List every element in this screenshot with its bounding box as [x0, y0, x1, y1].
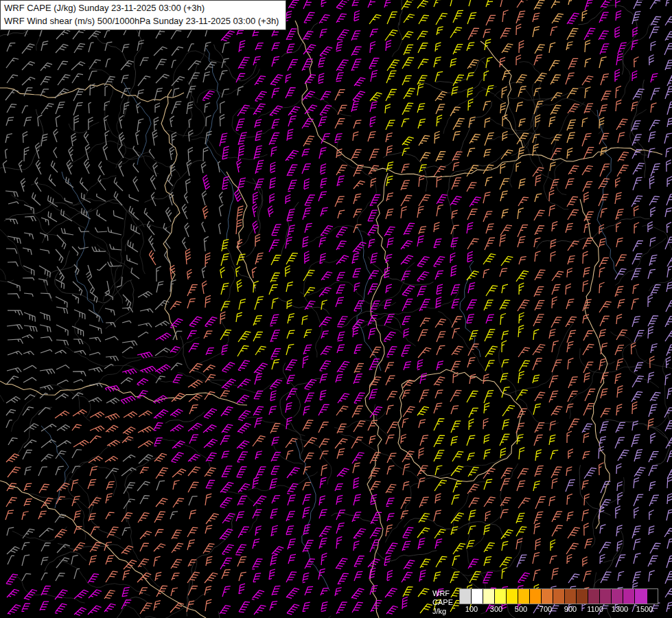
legend-color-cell [518, 589, 530, 604]
cape-legend: WRF CAPE J/kg 10030050070090011001300150… [432, 588, 658, 616]
legend-color-cell [588, 589, 600, 604]
legend-color-cell [623, 589, 635, 604]
legend-color-cell [635, 589, 647, 604]
legend-color-cell [472, 589, 483, 604]
map-title-line2: WRF Wind shear (m/s) 500/1000hPa Sunday … [4, 14, 279, 27]
legend-color-cell [530, 589, 542, 604]
map-title-line1: WRF CAPE (J/kg) Sunday 23-11-2025 03:00 … [4, 1, 279, 14]
legend-color-cell [495, 589, 507, 604]
legend-color-cell [612, 589, 623, 604]
title-overlay: WRF CAPE (J/kg) Sunday 23-11-2025 03:00 … [0, 0, 286, 30]
legend-color-cell [565, 589, 577, 604]
legend-tick-label: 1500 [636, 605, 653, 613]
legend-title-line2: CAPE [432, 598, 453, 607]
weather-map-stage: WRF CAPE (J/kg) Sunday 23-11-2025 03:00 … [0, 0, 672, 618]
legend-tick-label: 1100 [587, 605, 603, 613]
legend-tick-labels: 100300500700900110013001500 [459, 605, 657, 615]
legend-tick-label: 500 [515, 605, 527, 613]
legend-tick-label: 900 [564, 605, 577, 613]
wind-barb-map-canvas [0, 0, 672, 618]
legend-tick-label: 1300 [612, 605, 628, 613]
legend-color-cell [483, 589, 495, 604]
legend-title: WRF CAPE J/kg [432, 588, 453, 616]
legend-tick-label: 100 [465, 605, 478, 613]
legend-colorbar-wrap: 100300500700900110013001500 [459, 588, 658, 615]
legend-colorbar [459, 588, 658, 604]
legend-color-cell [542, 589, 553, 604]
legend-color-cell [600, 589, 612, 604]
legend-color-cell [460, 589, 472, 604]
legend-title-line3: J/kg [432, 607, 453, 616]
legend-tick-label: 700 [540, 605, 552, 613]
legend-tick-label: 300 [490, 605, 502, 613]
legend-color-cell [553, 589, 565, 604]
legend-title-line1: WRF [432, 589, 453, 598]
legend-color-cell [507, 589, 518, 604]
legend-color-cell [577, 589, 588, 604]
